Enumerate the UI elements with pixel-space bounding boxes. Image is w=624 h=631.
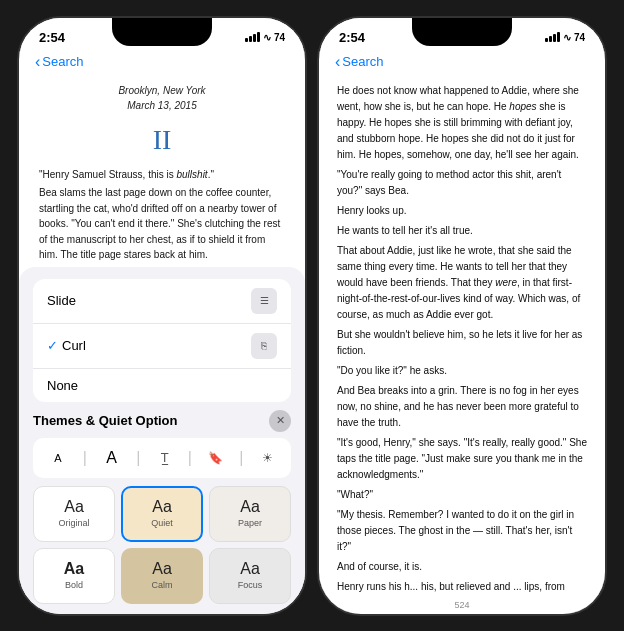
back-chevron-left: ‹ bbox=[35, 53, 40, 71]
theme-quiet-aa: Aa bbox=[152, 499, 172, 515]
status-icons-left: ∿ 74 bbox=[245, 32, 285, 43]
bookmark-btn[interactable]: 🔖 bbox=[202, 444, 230, 472]
book-location: Brooklyn, New York March 13, 2015 bbox=[39, 83, 285, 113]
font-size-row: A | A | T̲ | 🔖 | ☀ bbox=[33, 438, 291, 478]
right-screen: 2:54 ∿ 74 ‹ Search bbox=[319, 18, 605, 614]
quiet-option-label: Quiet Option bbox=[99, 413, 178, 428]
theme-original-aa: Aa bbox=[64, 499, 84, 515]
slide-option-none[interactable]: None bbox=[33, 369, 291, 402]
text-style-btn[interactable]: T̲ bbox=[150, 444, 178, 472]
theme-calm-label: Calm bbox=[151, 580, 172, 590]
overlay-panel: Slide ☰ ✓ Curl ⎘ None Themes & Quiet Opt… bbox=[19, 267, 305, 614]
slide-icon: ☰ bbox=[251, 288, 277, 314]
left-phone: 2:54 ∿ 74 ‹ Search bbox=[17, 16, 307, 616]
battery-left: 74 bbox=[274, 32, 285, 43]
font-large-btn[interactable]: A bbox=[97, 449, 127, 467]
theme-original[interactable]: Aa Original bbox=[33, 486, 115, 542]
font-small-btn[interactable]: A bbox=[43, 452, 73, 464]
nav-bar-left: ‹ Search bbox=[19, 49, 305, 75]
theme-paper[interactable]: Aa Paper bbox=[209, 486, 291, 542]
none-label: None bbox=[47, 378, 78, 393]
back-chevron-right: ‹ bbox=[335, 53, 340, 71]
notch bbox=[112, 18, 212, 46]
theme-bold-aa: Aa bbox=[64, 561, 84, 577]
theme-paper-label: Paper bbox=[238, 518, 262, 528]
curl-label: Curl bbox=[62, 338, 251, 353]
nav-bar-right: ‹ Search bbox=[319, 49, 605, 75]
battery-right: 74 bbox=[574, 32, 585, 43]
phones-container: 2:54 ∿ 74 ‹ Search bbox=[17, 16, 607, 616]
time-left: 2:54 bbox=[39, 30, 65, 45]
curl-check: ✓ bbox=[47, 338, 58, 353]
theme-quiet-label: Quiet bbox=[151, 518, 173, 528]
wifi-right: ∿ bbox=[563, 32, 571, 43]
theme-focus-label: Focus bbox=[238, 580, 263, 590]
back-label-left: Search bbox=[42, 54, 83, 69]
slide-label: Slide bbox=[47, 293, 76, 308]
themes-grid: Aa Original Aa Quiet Aa Paper Aa Bold bbox=[33, 486, 291, 604]
theme-calm-aa: Aa bbox=[152, 561, 172, 577]
brightness-btn[interactable]: ☀ bbox=[253, 444, 281, 472]
wifi-left: ∿ bbox=[263, 32, 271, 43]
themes-title: Themes & Quiet Option bbox=[33, 413, 177, 428]
slide-option-slide[interactable]: Slide ☰ bbox=[33, 279, 291, 324]
time-right: 2:54 bbox=[339, 30, 365, 45]
right-phone: 2:54 ∿ 74 ‹ Search bbox=[317, 16, 607, 616]
reading-content-right: He does not know what happened to Addie,… bbox=[319, 75, 605, 596]
back-label-right: Search bbox=[342, 54, 383, 69]
back-button-right[interactable]: ‹ Search bbox=[335, 53, 384, 71]
notch-right bbox=[412, 18, 512, 46]
close-button[interactable]: ✕ bbox=[269, 410, 291, 432]
theme-calm[interactable]: Aa Calm bbox=[121, 548, 203, 604]
themes-header: Themes & Quiet Option ✕ bbox=[33, 410, 291, 432]
slide-options: Slide ☰ ✓ Curl ⎘ None bbox=[33, 279, 291, 402]
signal-right bbox=[545, 32, 560, 42]
back-button-left[interactable]: ‹ Search bbox=[35, 53, 84, 71]
theme-focus-aa: Aa bbox=[240, 561, 260, 577]
left-screen: 2:54 ∿ 74 ‹ Search bbox=[19, 18, 305, 614]
theme-bold[interactable]: Aa Bold bbox=[33, 548, 115, 604]
page-number: 524 bbox=[319, 596, 605, 614]
signal-left bbox=[245, 32, 260, 42]
theme-paper-aa: Aa bbox=[240, 499, 260, 515]
chapter-number: II bbox=[39, 119, 285, 161]
status-icons-right: ∿ 74 bbox=[545, 32, 585, 43]
curl-icon: ⎘ bbox=[251, 333, 277, 359]
slide-option-curl[interactable]: ✓ Curl ⎘ bbox=[33, 324, 291, 369]
theme-quiet[interactable]: Aa Quiet bbox=[121, 486, 203, 542]
theme-bold-label: Bold bbox=[65, 580, 83, 590]
theme-original-label: Original bbox=[58, 518, 89, 528]
theme-focus[interactable]: Aa Focus bbox=[209, 548, 291, 604]
